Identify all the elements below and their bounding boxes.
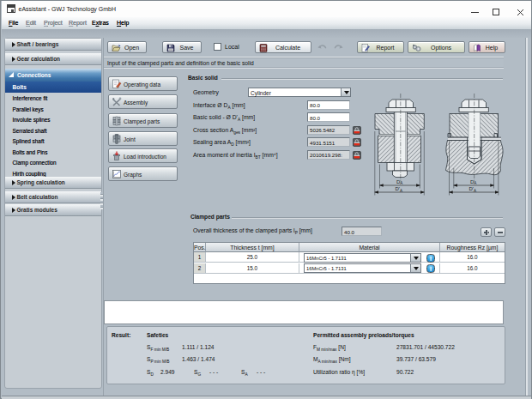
svg-text:DA: DA (396, 179, 402, 186)
svg-text:D'A: D'A (469, 186, 477, 193)
svg-text:D'A: D'A (396, 186, 403, 193)
svg-text:DA: DA (470, 179, 476, 186)
